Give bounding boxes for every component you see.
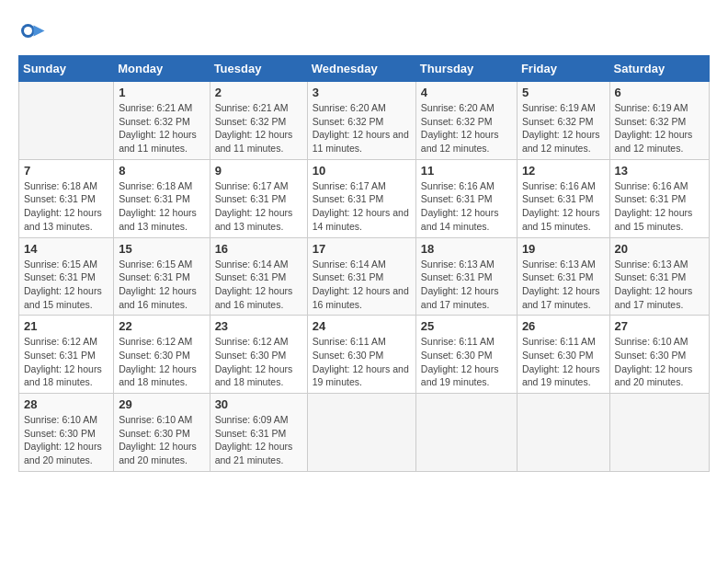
calendar-cell: 22Sunrise: 6:12 AMSunset: 6:30 PMDayligh… bbox=[114, 316, 210, 394]
cell-detail: Sunrise: 6:19 AMSunset: 6:32 PMDaylight:… bbox=[522, 101, 605, 155]
cell-detail: Sunrise: 6:17 AMSunset: 6:31 PMDaylight:… bbox=[313, 179, 411, 234]
day-number: 22 bbox=[119, 319, 204, 333]
calendar-cell: 27Sunrise: 6:10 AMSunset: 6:30 PMDayligh… bbox=[609, 316, 709, 394]
header-cell-friday: Friday bbox=[517, 56, 609, 82]
calendar-cell: 7Sunrise: 6:18 AMSunset: 6:31 PMDaylight… bbox=[19, 159, 114, 237]
calendar-cell: 11Sunrise: 6:16 AMSunset: 6:31 PMDayligh… bbox=[415, 159, 517, 237]
day-number: 19 bbox=[522, 242, 605, 256]
cell-detail: Sunrise: 6:13 AMSunset: 6:31 PMDaylight:… bbox=[615, 258, 704, 312]
calendar-cell: 1Sunrise: 6:21 AMSunset: 6:32 PMDaylight… bbox=[114, 82, 210, 160]
day-number: 3 bbox=[313, 86, 411, 99]
calendar-cell bbox=[609, 394, 709, 472]
day-number: 16 bbox=[215, 242, 302, 256]
day-number: 27 bbox=[615, 319, 704, 333]
week-row-3: 21Sunrise: 6:12 AMSunset: 6:31 PMDayligh… bbox=[19, 316, 710, 394]
cell-detail: Sunrise: 6:16 AMSunset: 6:31 PMDaylight:… bbox=[522, 179, 605, 234]
day-number: 29 bbox=[119, 397, 204, 411]
week-row-2: 14Sunrise: 6:15 AMSunset: 6:31 PMDayligh… bbox=[19, 237, 710, 316]
header-cell-thursday: Thursday bbox=[415, 56, 517, 82]
cell-detail: Sunrise: 6:18 AMSunset: 6:31 PMDaylight:… bbox=[119, 179, 204, 234]
day-number: 11 bbox=[421, 164, 512, 178]
cell-detail: Sunrise: 6:20 AMSunset: 6:32 PMDaylight:… bbox=[421, 101, 512, 155]
calendar-cell: 6Sunrise: 6:19 AMSunset: 6:32 PMDaylight… bbox=[609, 82, 709, 160]
cell-detail: Sunrise: 6:16 AMSunset: 6:31 PMDaylight:… bbox=[421, 179, 512, 234]
header-cell-monday: Monday bbox=[114, 56, 210, 82]
calendar-cell: 9Sunrise: 6:17 AMSunset: 6:31 PMDaylight… bbox=[210, 159, 307, 237]
week-row-1: 7Sunrise: 6:18 AMSunset: 6:31 PMDaylight… bbox=[19, 159, 710, 237]
header bbox=[18, 18, 710, 46]
calendar-cell: 25Sunrise: 6:11 AMSunset: 6:30 PMDayligh… bbox=[415, 316, 517, 394]
day-number: 17 bbox=[313, 242, 411, 256]
cell-detail: Sunrise: 6:12 AMSunset: 6:30 PMDaylight:… bbox=[119, 335, 204, 389]
cell-detail: Sunrise: 6:21 AMSunset: 6:32 PMDaylight:… bbox=[215, 101, 302, 155]
calendar-cell: 28Sunrise: 6:10 AMSunset: 6:30 PMDayligh… bbox=[19, 394, 114, 472]
calendar-cell: 12Sunrise: 6:16 AMSunset: 6:31 PMDayligh… bbox=[517, 159, 609, 237]
day-number: 9 bbox=[215, 164, 302, 178]
header-cell-wednesday: Wednesday bbox=[307, 56, 415, 82]
day-number: 12 bbox=[522, 164, 605, 178]
cell-detail: Sunrise: 6:12 AMSunset: 6:30 PMDaylight:… bbox=[215, 335, 302, 389]
week-row-0: 1Sunrise: 6:21 AMSunset: 6:32 PMDaylight… bbox=[19, 82, 710, 160]
calendar-cell: 8Sunrise: 6:18 AMSunset: 6:31 PMDaylight… bbox=[114, 159, 210, 237]
calendar-cell: 30Sunrise: 6:09 AMSunset: 6:31 PMDayligh… bbox=[210, 394, 307, 472]
day-number: 10 bbox=[313, 164, 411, 178]
cell-detail: Sunrise: 6:15 AMSunset: 6:31 PMDaylight:… bbox=[119, 258, 204, 312]
day-number: 25 bbox=[421, 319, 512, 333]
calendar-cell: 3Sunrise: 6:20 AMSunset: 6:32 PMDaylight… bbox=[307, 82, 415, 160]
calendar-cell bbox=[19, 82, 114, 160]
cell-detail: Sunrise: 6:19 AMSunset: 6:32 PMDaylight:… bbox=[615, 101, 704, 155]
day-number: 24 bbox=[313, 319, 411, 333]
logo-icon bbox=[18, 18, 46, 46]
cell-detail: Sunrise: 6:15 AMSunset: 6:31 PMDaylight:… bbox=[24, 258, 108, 312]
day-number: 5 bbox=[522, 86, 605, 99]
calendar-cell: 2Sunrise: 6:21 AMSunset: 6:32 PMDaylight… bbox=[210, 82, 307, 160]
day-number: 20 bbox=[615, 242, 704, 256]
calendar-cell: 4Sunrise: 6:20 AMSunset: 6:32 PMDaylight… bbox=[415, 82, 517, 160]
calendar-cell: 17Sunrise: 6:14 AMSunset: 6:31 PMDayligh… bbox=[307, 237, 415, 316]
calendar-cell: 29Sunrise: 6:10 AMSunset: 6:30 PMDayligh… bbox=[114, 394, 210, 472]
calendar-cell: 10Sunrise: 6:17 AMSunset: 6:31 PMDayligh… bbox=[307, 159, 415, 237]
cell-detail: Sunrise: 6:16 AMSunset: 6:31 PMDaylight:… bbox=[615, 179, 704, 234]
week-row-4: 28Sunrise: 6:10 AMSunset: 6:30 PMDayligh… bbox=[19, 394, 710, 472]
calendar-cell: 15Sunrise: 6:15 AMSunset: 6:31 PMDayligh… bbox=[114, 237, 210, 316]
cell-detail: Sunrise: 6:14 AMSunset: 6:31 PMDaylight:… bbox=[313, 258, 411, 312]
calendar-cell: 14Sunrise: 6:15 AMSunset: 6:31 PMDayligh… bbox=[19, 237, 114, 316]
day-number: 8 bbox=[119, 164, 204, 178]
cell-detail: Sunrise: 6:18 AMSunset: 6:31 PMDaylight:… bbox=[24, 179, 108, 234]
cell-detail: Sunrise: 6:09 AMSunset: 6:31 PMDaylight:… bbox=[215, 413, 302, 467]
cell-detail: Sunrise: 6:21 AMSunset: 6:32 PMDaylight:… bbox=[119, 101, 204, 155]
header-row: SundayMondayTuesdayWednesdayThursdayFrid… bbox=[19, 56, 710, 82]
svg-marker-1 bbox=[34, 26, 45, 37]
calendar-cell: 20Sunrise: 6:13 AMSunset: 6:31 PMDayligh… bbox=[609, 237, 709, 316]
svg-point-2 bbox=[24, 27, 32, 35]
calendar-cell: 16Sunrise: 6:14 AMSunset: 6:31 PMDayligh… bbox=[210, 237, 307, 316]
day-number: 15 bbox=[119, 242, 204, 256]
calendar-cell: 19Sunrise: 6:13 AMSunset: 6:31 PMDayligh… bbox=[517, 237, 609, 316]
cell-detail: Sunrise: 6:14 AMSunset: 6:31 PMDaylight:… bbox=[215, 258, 302, 312]
day-number: 18 bbox=[421, 242, 512, 256]
cell-detail: Sunrise: 6:10 AMSunset: 6:30 PMDaylight:… bbox=[615, 335, 704, 389]
cell-detail: Sunrise: 6:11 AMSunset: 6:30 PMDaylight:… bbox=[313, 335, 411, 389]
calendar-table: SundayMondayTuesdayWednesdayThursdayFrid… bbox=[18, 55, 710, 472]
day-number: 28 bbox=[24, 397, 108, 411]
calendar-cell bbox=[517, 394, 609, 472]
day-number: 2 bbox=[215, 86, 302, 99]
day-number: 6 bbox=[615, 86, 704, 99]
calendar-cell: 24Sunrise: 6:11 AMSunset: 6:30 PMDayligh… bbox=[307, 316, 415, 394]
cell-detail: Sunrise: 6:10 AMSunset: 6:30 PMDaylight:… bbox=[24, 413, 108, 467]
header-cell-tuesday: Tuesday bbox=[210, 56, 307, 82]
day-number: 21 bbox=[24, 319, 108, 333]
calendar-cell bbox=[307, 394, 415, 472]
cell-detail: Sunrise: 6:17 AMSunset: 6:31 PMDaylight:… bbox=[215, 179, 302, 234]
calendar-cell: 26Sunrise: 6:11 AMSunset: 6:30 PMDayligh… bbox=[517, 316, 609, 394]
header-cell-saturday: Saturday bbox=[609, 56, 709, 82]
day-number: 14 bbox=[24, 242, 108, 256]
calendar-cell: 13Sunrise: 6:16 AMSunset: 6:31 PMDayligh… bbox=[609, 159, 709, 237]
day-number: 4 bbox=[421, 86, 512, 99]
cell-detail: Sunrise: 6:20 AMSunset: 6:32 PMDaylight:… bbox=[313, 101, 411, 155]
header-cell-sunday: Sunday bbox=[19, 56, 114, 82]
cell-detail: Sunrise: 6:13 AMSunset: 6:31 PMDaylight:… bbox=[421, 258, 512, 312]
cell-detail: Sunrise: 6:12 AMSunset: 6:31 PMDaylight:… bbox=[24, 335, 108, 389]
day-number: 13 bbox=[615, 164, 704, 178]
calendar-cell bbox=[415, 394, 517, 472]
